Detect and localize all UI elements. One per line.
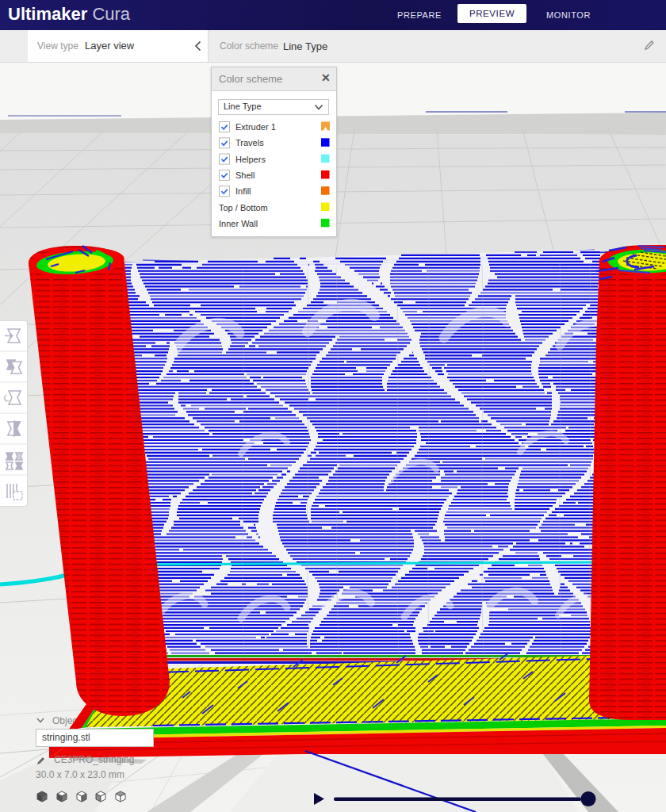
svg-text:Shell: Shell [235,170,255,180]
svg-text:Top / Bottom: Top / Bottom [219,203,268,213]
svg-text:Helpers: Helpers [235,155,266,164]
svg-text:Inner Wall: Inner Wall [219,219,258,228]
svg-text:Extruder 1: Extruder 1 [235,122,276,132]
svg-text:Travels: Travels [235,138,264,147]
svg-text:Infill: Infill [235,186,251,196]
